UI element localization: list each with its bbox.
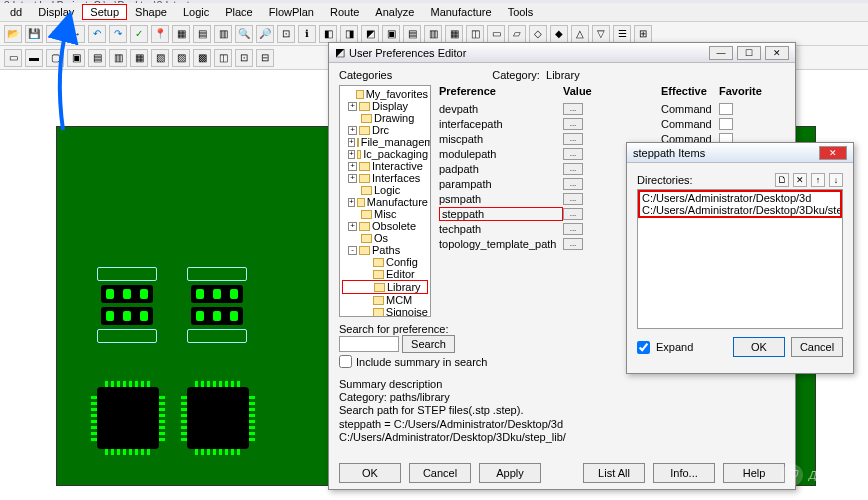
menu-shape[interactable]: Shape <box>127 4 175 20</box>
ok-button[interactable]: OK <box>733 337 785 357</box>
maximize-icon[interactable]: ☐ <box>737 46 761 60</box>
pref-name[interactable]: steppath <box>439 207 563 221</box>
dialog2-titlebar[interactable]: steppath Items ✕ <box>627 143 853 163</box>
t10-icon[interactable]: ▱ <box>508 25 526 43</box>
b3-icon[interactable]: ▢ <box>46 49 64 67</box>
tree-item-mcm[interactable]: MCM <box>342 294 428 306</box>
menu-display[interactable]: Display <box>30 4 82 20</box>
menu-route[interactable]: Route <box>322 4 367 20</box>
t15-icon[interactable]: ☰ <box>613 25 631 43</box>
delete-icon[interactable]: ✕ <box>793 173 807 187</box>
menu-setup[interactable]: Setup <box>82 4 127 20</box>
pref-name[interactable]: interfacepath <box>439 118 563 130</box>
pref-name[interactable]: topology_template_path <box>439 238 563 250</box>
pref-value-button[interactable]: ... <box>563 133 583 145</box>
info-icon[interactable]: ℹ <box>298 25 316 43</box>
directories-list[interactable]: C:/Users/Administrator/Desktop/3dC:/User… <box>637 189 843 329</box>
tree-item-library[interactable]: Library <box>342 280 428 294</box>
menu-logic[interactable]: Logic <box>175 4 217 20</box>
new-icon[interactable]: 🗋 <box>775 173 789 187</box>
b8-icon[interactable]: ▧ <box>151 49 169 67</box>
pref-value-button[interactable]: ... <box>563 178 583 190</box>
ok-button[interactable]: OK <box>339 463 401 483</box>
pin-icon[interactable]: 📍 <box>151 25 169 43</box>
t6-icon[interactable]: ▥ <box>424 25 442 43</box>
pref-name[interactable]: devpath <box>439 103 563 115</box>
tree-item-logic[interactable]: Logic <box>342 184 428 196</box>
b13-icon[interactable]: ⊟ <box>256 49 274 67</box>
tree-item-drawing[interactable]: Drawing <box>342 112 428 124</box>
t2-icon[interactable]: ◨ <box>340 25 358 43</box>
tree-item-editor[interactable]: Editor <box>342 268 428 280</box>
b9-icon[interactable]: ▨ <box>172 49 190 67</box>
grid2-icon[interactable]: ▤ <box>193 25 211 43</box>
t3-icon[interactable]: ◩ <box>361 25 379 43</box>
t8-icon[interactable]: ◫ <box>466 25 484 43</box>
tree-item-ic_packaging[interactable]: +Ic_packaging <box>342 148 428 160</box>
search-button[interactable]: Search <box>402 335 455 353</box>
pref-value-button[interactable]: ... <box>563 223 583 235</box>
b10-icon[interactable]: ▩ <box>193 49 211 67</box>
include-summary-checkbox[interactable] <box>339 355 352 368</box>
b1-icon[interactable]: ▭ <box>4 49 22 67</box>
close-icon[interactable]: ✕ <box>765 46 789 60</box>
menu-analyze[interactable]: Analyze <box>367 4 422 20</box>
pref-value-button[interactable]: ... <box>563 208 583 220</box>
categories-tree[interactable]: My_favorites+DisplayDrawing+Drc+File_man… <box>339 85 431 317</box>
apply-button[interactable]: Apply <box>479 463 541 483</box>
b6-icon[interactable]: ▥ <box>109 49 127 67</box>
pref-name[interactable]: parampath <box>439 178 563 190</box>
menu-manufacture[interactable]: Manufacture <box>422 4 499 20</box>
menu-tools[interactable]: Tools <box>500 4 542 20</box>
pref-favorite-checkbox[interactable] <box>719 103 733 115</box>
pref-value-button[interactable]: ... <box>563 118 583 130</box>
t9-icon[interactable]: ▭ <box>487 25 505 43</box>
t12-icon[interactable]: ◆ <box>550 25 568 43</box>
cancel-button[interactable]: Cancel <box>791 337 843 357</box>
help-button[interactable]: Help <box>723 463 785 483</box>
zoom-in-icon[interactable]: 🔍 <box>235 25 253 43</box>
menu-dd[interactable]: dd <box>2 4 30 20</box>
directory-entry[interactable]: C:/Users/Administrator/Desktop/3Dku/step… <box>640 204 840 216</box>
cancel-button[interactable]: Cancel <box>409 463 471 483</box>
pref-value-button[interactable]: ... <box>563 163 583 175</box>
tree-item-interfaces[interactable]: +Interfaces <box>342 172 428 184</box>
tree-item-obsolete[interactable]: +Obsolete <box>342 220 428 232</box>
move-down-icon[interactable]: ↓ <box>829 173 843 187</box>
open-icon[interactable]: 📂 <box>4 25 22 43</box>
pref-name[interactable]: techpath <box>439 223 563 235</box>
dialog-titlebar[interactable]: ◩ User Preferences Editor — ☐ ✕ <box>329 43 795 63</box>
directory-entry[interactable]: C:/Users/Administrator/Desktop/3d <box>640 192 840 204</box>
b2-icon[interactable]: ▬ <box>25 49 43 67</box>
nav-icon[interactable]: ↔ <box>67 25 85 43</box>
pref-name[interactable]: miscpath <box>439 133 563 145</box>
tree-item-file_management[interactable]: +File_management <box>342 136 428 148</box>
pref-name[interactable]: psmpath <box>439 193 563 205</box>
check-icon[interactable]: ✓ <box>130 25 148 43</box>
undo-icon[interactable]: ↶ <box>88 25 106 43</box>
pref-favorite-checkbox[interactable] <box>719 118 733 130</box>
tree-item-os[interactable]: Os <box>342 232 428 244</box>
expand-checkbox[interactable] <box>637 341 650 354</box>
tree-item-misc[interactable]: Misc <box>342 208 428 220</box>
b7-icon[interactable]: ▦ <box>130 49 148 67</box>
t4-icon[interactable]: ▣ <box>382 25 400 43</box>
grid-icon[interactable]: ▦ <box>172 25 190 43</box>
t14-icon[interactable]: ▽ <box>592 25 610 43</box>
b11-icon[interactable]: ◫ <box>214 49 232 67</box>
t16-icon[interactable]: ⊞ <box>634 25 652 43</box>
close-icon[interactable]: ✕ <box>46 25 64 43</box>
pref-value-button[interactable]: ... <box>563 193 583 205</box>
b4-icon[interactable]: ▣ <box>67 49 85 67</box>
listall-button[interactable]: List All <box>583 463 645 483</box>
search-input[interactable] <box>339 336 399 352</box>
menu-flowplan[interactable]: FlowPlan <box>261 4 322 20</box>
t11-icon[interactable]: ◇ <box>529 25 547 43</box>
pref-value-button[interactable]: ... <box>563 148 583 160</box>
zoom-fit-icon[interactable]: ⊡ <box>277 25 295 43</box>
minimize-icon[interactable]: — <box>709 46 733 60</box>
t1-icon[interactable]: ◧ <box>319 25 337 43</box>
tree-item-display[interactable]: +Display <box>342 100 428 112</box>
save-icon[interactable]: 💾 <box>25 25 43 43</box>
info-button[interactable]: Info... <box>653 463 715 483</box>
